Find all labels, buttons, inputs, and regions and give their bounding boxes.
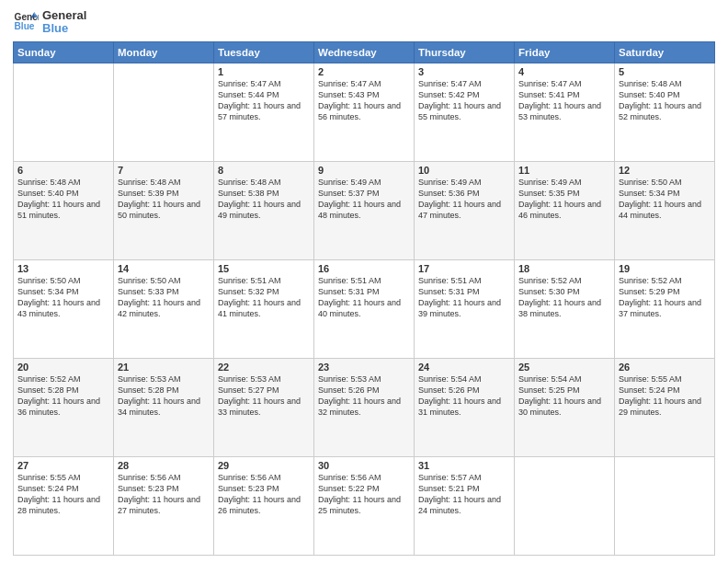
calendar-week-row: 13Sunrise: 5:50 AM Sunset: 5:34 PM Dayli…	[14, 259, 715, 358]
calendar-day-header: Saturday	[615, 41, 715, 63]
calendar-day-cell: 30Sunrise: 5:56 AM Sunset: 5:22 PM Dayli…	[314, 456, 415, 555]
calendar-day-cell: 17Sunrise: 5:51 AM Sunset: 5:31 PM Dayli…	[415, 259, 515, 358]
day-detail: Sunrise: 5:53 AM Sunset: 5:26 PM Dayligh…	[318, 373, 410, 419]
day-number: 19	[619, 263, 711, 274]
day-detail: Sunrise: 5:49 AM Sunset: 5:36 PM Dayligh…	[418, 177, 510, 222]
header: General Blue General Blue	[13, 9, 715, 36]
calendar-day-cell: 8Sunrise: 5:48 AM Sunset: 5:38 PM Daylig…	[214, 161, 314, 259]
logo-text: General Blue	[42, 9, 86, 36]
day-number: 25	[518, 362, 610, 373]
calendar-day-header: Friday	[515, 41, 615, 63]
day-number: 5	[619, 66, 711, 77]
day-number: 3	[418, 66, 510, 77]
day-detail: Sunrise: 5:50 AM Sunset: 5:34 PM Dayligh…	[619, 177, 711, 222]
day-number: 28	[118, 460, 210, 471]
calendar-day-cell: 1Sunrise: 5:47 AM Sunset: 5:44 PM Daylig…	[214, 63, 314, 161]
day-number: 9	[318, 165, 410, 176]
day-number: 12	[619, 165, 711, 176]
day-detail: Sunrise: 5:55 AM Sunset: 5:24 PM Dayligh…	[619, 373, 711, 419]
day-number: 18	[518, 263, 610, 274]
day-detail: Sunrise: 5:56 AM Sunset: 5:23 PM Dayligh…	[118, 472, 210, 517]
day-number: 20	[17, 362, 109, 373]
calendar-day-cell	[114, 63, 214, 161]
day-number: 11	[518, 165, 610, 176]
page: General Blue General Blue SundayMondayTu…	[0, 0, 728, 563]
day-detail: Sunrise: 5:48 AM Sunset: 5:40 PM Dayligh…	[619, 78, 711, 123]
day-number: 24	[418, 362, 510, 373]
calendar-day-cell: 21Sunrise: 5:53 AM Sunset: 5:28 PM Dayli…	[114, 358, 214, 456]
calendar-day-cell: 6Sunrise: 5:48 AM Sunset: 5:40 PM Daylig…	[14, 161, 114, 259]
calendar-day-cell: 2Sunrise: 5:47 AM Sunset: 5:43 PM Daylig…	[314, 63, 415, 161]
logo: General Blue General Blue	[13, 9, 86, 36]
day-detail: Sunrise: 5:47 AM Sunset: 5:42 PM Dayligh…	[418, 78, 510, 123]
day-detail: Sunrise: 5:55 AM Sunset: 5:24 PM Dayligh…	[17, 472, 109, 517]
day-number: 17	[418, 263, 510, 274]
day-number: 10	[418, 165, 510, 176]
calendar-day-cell: 25Sunrise: 5:54 AM Sunset: 5:25 PM Dayli…	[515, 358, 615, 456]
day-number: 31	[418, 460, 510, 471]
day-number: 23	[318, 362, 410, 373]
day-number: 27	[17, 460, 109, 471]
day-number: 7	[118, 165, 210, 176]
calendar-day-cell: 22Sunrise: 5:53 AM Sunset: 5:27 PM Dayli…	[214, 358, 314, 456]
day-number: 15	[218, 263, 310, 274]
calendar-day-cell: 3Sunrise: 5:47 AM Sunset: 5:42 PM Daylig…	[415, 63, 515, 161]
calendar-day-cell: 7Sunrise: 5:48 AM Sunset: 5:39 PM Daylig…	[114, 161, 214, 259]
calendar-day-cell: 26Sunrise: 5:55 AM Sunset: 5:24 PM Dayli…	[615, 358, 715, 456]
day-detail: Sunrise: 5:53 AM Sunset: 5:27 PM Dayligh…	[218, 373, 310, 419]
calendar-day-header: Wednesday	[314, 41, 415, 63]
calendar-week-row: 20Sunrise: 5:52 AM Sunset: 5:28 PM Dayli…	[14, 358, 715, 456]
day-detail: Sunrise: 5:51 AM Sunset: 5:31 PM Dayligh…	[418, 275, 510, 320]
day-detail: Sunrise: 5:49 AM Sunset: 5:35 PM Dayligh…	[518, 177, 610, 222]
day-detail: Sunrise: 5:52 AM Sunset: 5:29 PM Dayligh…	[619, 275, 711, 320]
day-number: 13	[17, 263, 109, 274]
calendar-day-cell	[515, 456, 615, 555]
day-number: 1	[218, 66, 310, 77]
calendar-day-cell: 14Sunrise: 5:50 AM Sunset: 5:33 PM Dayli…	[114, 259, 214, 358]
calendar-day-cell	[615, 456, 715, 555]
calendar-day-cell: 16Sunrise: 5:51 AM Sunset: 5:31 PM Dayli…	[314, 259, 415, 358]
calendar-week-row: 27Sunrise: 5:55 AM Sunset: 5:24 PM Dayli…	[14, 456, 715, 555]
calendar-day-cell: 27Sunrise: 5:55 AM Sunset: 5:24 PM Dayli…	[14, 456, 114, 555]
day-detail: Sunrise: 5:53 AM Sunset: 5:28 PM Dayligh…	[118, 373, 210, 419]
day-detail: Sunrise: 5:54 AM Sunset: 5:25 PM Dayligh…	[518, 373, 610, 419]
day-detail: Sunrise: 5:54 AM Sunset: 5:26 PM Dayligh…	[418, 373, 510, 419]
day-number: 2	[318, 66, 410, 77]
logo-icon: General Blue	[13, 9, 39, 35]
day-number: 6	[17, 165, 109, 176]
day-detail: Sunrise: 5:47 AM Sunset: 5:43 PM Dayligh…	[318, 78, 410, 123]
calendar-day-cell: 24Sunrise: 5:54 AM Sunset: 5:26 PM Dayli…	[415, 358, 515, 456]
day-number: 30	[318, 460, 410, 471]
day-detail: Sunrise: 5:56 AM Sunset: 5:23 PM Dayligh…	[218, 472, 310, 517]
calendar-header-row: SundayMondayTuesdayWednesdayThursdayFrid…	[14, 41, 715, 63]
calendar-week-row: 6Sunrise: 5:48 AM Sunset: 5:40 PM Daylig…	[14, 161, 715, 259]
day-detail: Sunrise: 5:50 AM Sunset: 5:34 PM Dayligh…	[17, 275, 109, 320]
day-number: 8	[218, 165, 310, 176]
calendar-day-cell: 4Sunrise: 5:47 AM Sunset: 5:41 PM Daylig…	[515, 63, 615, 161]
calendar-day-header: Sunday	[14, 41, 114, 63]
day-detail: Sunrise: 5:50 AM Sunset: 5:33 PM Dayligh…	[118, 275, 210, 320]
day-number: 29	[218, 460, 310, 471]
calendar-day-cell: 29Sunrise: 5:56 AM Sunset: 5:23 PM Dayli…	[214, 456, 314, 555]
calendar-day-cell: 5Sunrise: 5:48 AM Sunset: 5:40 PM Daylig…	[615, 63, 715, 161]
day-detail: Sunrise: 5:51 AM Sunset: 5:32 PM Dayligh…	[218, 275, 310, 320]
calendar-day-cell: 10Sunrise: 5:49 AM Sunset: 5:36 PM Dayli…	[415, 161, 515, 259]
calendar-day-cell: 18Sunrise: 5:52 AM Sunset: 5:30 PM Dayli…	[515, 259, 615, 358]
calendar-day-cell: 28Sunrise: 5:56 AM Sunset: 5:23 PM Dayli…	[114, 456, 214, 555]
day-detail: Sunrise: 5:56 AM Sunset: 5:22 PM Dayligh…	[318, 472, 410, 517]
day-number: 4	[518, 66, 610, 77]
calendar-day-header: Thursday	[415, 41, 515, 63]
day-number: 26	[619, 362, 711, 373]
svg-text:Blue: Blue	[15, 21, 35, 31]
day-detail: Sunrise: 5:48 AM Sunset: 5:38 PM Dayligh…	[218, 177, 310, 222]
day-detail: Sunrise: 5:47 AM Sunset: 5:41 PM Dayligh…	[518, 78, 610, 123]
day-number: 22	[218, 362, 310, 373]
calendar-day-cell: 11Sunrise: 5:49 AM Sunset: 5:35 PM Dayli…	[515, 161, 615, 259]
calendar-week-row: 1Sunrise: 5:47 AM Sunset: 5:44 PM Daylig…	[14, 63, 715, 161]
day-number: 14	[118, 263, 210, 274]
calendar-table: SundayMondayTuesdayWednesdayThursdayFrid…	[13, 41, 715, 556]
calendar-day-cell: 19Sunrise: 5:52 AM Sunset: 5:29 PM Dayli…	[615, 259, 715, 358]
calendar-day-header: Tuesday	[214, 41, 314, 63]
calendar-day-cell	[14, 63, 114, 161]
calendar-day-cell: 20Sunrise: 5:52 AM Sunset: 5:28 PM Dayli…	[14, 358, 114, 456]
